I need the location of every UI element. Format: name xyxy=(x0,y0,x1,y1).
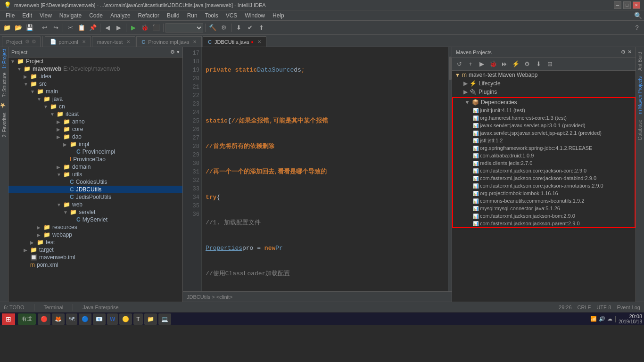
maven-dep-jackson-core[interactable]: 📊 com.fasterxml.jackson.core:jackson-cor… xyxy=(453,167,635,174)
taskbar-maps[interactable]: 🗺 xyxy=(66,313,77,325)
tree-item-target[interactable]: ▶ 📁 target xyxy=(8,246,182,254)
maximize-button[interactable]: □ xyxy=(623,1,631,9)
favorites-label[interactable]: 2: Favorites xyxy=(0,112,8,138)
vcs-commit-btn[interactable]: ✔ xyxy=(245,23,255,33)
taskbar-ie[interactable]: 🔵 xyxy=(79,313,91,325)
maven-dep-lombok[interactable]: 📊 org.projectlombok:lombok:1.16.16 xyxy=(453,189,635,197)
menu-window[interactable]: Window xyxy=(241,11,269,20)
editor-scrollbar-v[interactable] xyxy=(448,47,452,291)
taskbar-chrome[interactable]: 🔴 xyxy=(38,313,50,325)
tree-item-cn[interactable]: ▼ 📁 cn xyxy=(8,103,182,110)
tree-header-btn2[interactable]: ▾ xyxy=(177,49,180,55)
maven-dep-jstl[interactable]: 📊 jstl:jstl:1.2 xyxy=(453,137,635,144)
tree-item-utils[interactable]: ▼ 📁 utils xyxy=(8,171,182,178)
back-btn[interactable]: ◀ xyxy=(102,23,113,33)
tab-jdbc-utils[interactable]: C JDBCUtils.java ● ✕ xyxy=(203,36,266,47)
forward-btn[interactable]: ▶ xyxy=(114,23,124,33)
run-config-select[interactable] xyxy=(165,23,203,33)
tree-item-mavenweb-iml[interactable]: 🔲 mavenweb.iml xyxy=(8,254,182,261)
menu-navigate[interactable]: Navigate xyxy=(56,11,85,20)
tree-item-test[interactable]: ▶ 📁 test xyxy=(8,239,182,246)
maven-dep-beanutils[interactable]: 📊 commons-beanutils:commons-beanutils:1.… xyxy=(453,197,635,205)
maven-dep-jsp-api[interactable]: 📊 javax.servlet.jsp:javax.servlet.jsp-ap… xyxy=(453,129,635,137)
ant-build-label[interactable]: Ant Build xyxy=(636,49,644,74)
menu-build[interactable]: Build xyxy=(163,11,183,20)
project-panel-label[interactable]: 1: Project xyxy=(0,47,8,71)
tree-item-domain[interactable]: ▶ 📁 domain xyxy=(8,163,182,171)
tree-item-province-dao[interactable]: I ProvinceDao xyxy=(8,156,182,163)
maven-generate-btn[interactable]: ⚙ xyxy=(522,59,532,69)
taskbar-folder[interactable]: 📁 xyxy=(144,313,157,325)
maven-dep-druid[interactable]: 📊 com.alibaba:druid:1.0.9 xyxy=(453,152,635,159)
maven-refresh-btn[interactable]: ↺ xyxy=(454,59,464,69)
maven-skip-tests-btn[interactable]: ⏭ xyxy=(499,59,510,69)
tree-item-my-servlet[interactable]: C MyServlet xyxy=(8,216,182,223)
tab-pom-close[interactable]: ✕ xyxy=(82,39,86,44)
menu-analyze[interactable]: Analyze xyxy=(107,11,134,20)
tree-item-java[interactable]: ▼ 📁 java xyxy=(8,95,182,103)
project-tab-settings-icon[interactable]: ⚙ xyxy=(25,39,30,45)
cut-btn[interactable]: ✂ xyxy=(65,23,75,33)
vcs-update-btn[interactable]: ⬇ xyxy=(233,23,244,33)
menu-code[interactable]: Code xyxy=(85,11,107,20)
maven-projects-label[interactable]: m Maven Projects xyxy=(636,74,644,117)
paste-btn[interactable]: 📌 xyxy=(88,23,98,33)
tree-item-pom-xml[interactable]: m pom.xml xyxy=(8,261,182,269)
menu-edit[interactable]: Edit xyxy=(18,11,36,20)
favorites-panel-label[interactable]: ★ xyxy=(0,99,8,112)
structure-panel-label[interactable]: 7: Structure xyxy=(0,71,8,99)
tree-item-resources[interactable]: ▶ 📁 resources xyxy=(8,223,182,231)
tree-item-anno[interactable]: ▶ 📁 anno xyxy=(8,118,182,125)
maven-settings-icon[interactable]: ⚙ xyxy=(621,49,626,55)
maven-item-webapp[interactable]: ▼ m maven-test Maven Webapp xyxy=(452,71,636,79)
tree-item-idea[interactable]: ▶ 📁 .idea xyxy=(8,73,182,80)
tree-item-itcast[interactable]: ▼ 📁 itcast xyxy=(8,110,182,118)
maven-dep-spring-jdbc[interactable]: 📊 org.springframework:spring-jdbc:4.1.2.… xyxy=(453,144,635,152)
database-label[interactable]: Database xyxy=(636,117,644,143)
maven-item-dependencies[interactable]: ▼ 📦 Dependencies xyxy=(453,98,635,107)
project-tab-gear-icon[interactable]: ⚙ xyxy=(32,39,36,45)
tree-item-cookies-utils[interactable]: C CookiesUtils xyxy=(8,178,182,186)
maven-dep-jackson-bom[interactable]: 📊 com.fasterxml.jackson:jackson-bom:2.9.… xyxy=(453,212,635,220)
line-ending[interactable]: CRLF xyxy=(578,304,591,310)
maven-item-lifecycle[interactable]: ▶ ⚡ Lifecycle xyxy=(452,79,636,88)
maven-item-plugins[interactable]: ▶ 🔌 Plugins xyxy=(452,88,636,96)
maven-dep-mysql[interactable]: 📊 mysql:mysql-connector-java:5.1.26 xyxy=(453,205,635,212)
taskbar-fox[interactable]: 🦊 xyxy=(52,313,65,325)
maven-dep-jackson-annotations[interactable]: 📊 com.fasterxml.jackson.core:jackson-ann… xyxy=(453,182,635,189)
undo-btn[interactable]: ↩ xyxy=(39,23,50,33)
maven-dep-jackson-parent[interactable]: 📊 com.fasterxml.jackson:jackson-parent:2… xyxy=(453,220,635,227)
tab-province-impl[interactable]: C ProvinceImpl.java ✕ xyxy=(136,36,202,47)
tree-item-web[interactable]: ▼ 📁 web xyxy=(8,201,182,208)
maven-lifecycle-btn[interactable]: ⚡ xyxy=(511,59,521,69)
taskbar-youdao[interactable]: 有道 xyxy=(18,313,36,325)
tree-item-jdbc-utils[interactable]: C JDBCUtils xyxy=(8,186,182,193)
debug-btn[interactable]: 🐞 xyxy=(140,23,150,33)
maven-close-icon[interactable]: ✕ xyxy=(627,49,632,55)
tree-item-mavenweb[interactable]: ▼ 📁 mavenweb E:\Develep\mavenweb xyxy=(8,65,182,73)
menu-help[interactable]: Help xyxy=(269,11,288,20)
maven-dep-jedis[interactable]: 📊 redis.clients:jedis:2.7.0 xyxy=(453,159,635,167)
tree-header-btn1[interactable]: ⚙ xyxy=(170,49,175,55)
taskbar-word[interactable]: W xyxy=(107,313,118,325)
tree-item-src[interactable]: ▼ 📁 src xyxy=(8,80,182,88)
run-btn[interactable]: ▶ xyxy=(128,23,139,33)
tree-item-servlet[interactable]: ▼ 📁 servlet xyxy=(8,208,182,216)
tab-maven-test-close[interactable]: ✕ xyxy=(126,39,130,44)
vcs-push-btn[interactable]: ⬆ xyxy=(256,23,266,33)
menu-view[interactable]: View xyxy=(36,11,56,20)
redo-btn[interactable]: ↪ xyxy=(50,23,61,33)
new-project-btn[interactable]: 📁 xyxy=(2,23,12,33)
terminal-label[interactable]: Terminal xyxy=(44,304,64,310)
open-btn[interactable]: 📂 xyxy=(13,23,24,33)
maven-add-btn[interactable]: + xyxy=(465,59,476,69)
menu-file[interactable]: File xyxy=(2,11,18,20)
tree-item-project[interactable]: ▼ 📁 Project xyxy=(8,58,182,65)
scrollbar-thumb[interactable] xyxy=(449,57,452,80)
taskbar-yellow[interactable]: 🟡 xyxy=(119,313,132,325)
tree-item-core[interactable]: ▶ 📁 core xyxy=(8,125,182,133)
tree-item-jedis-pool-utils[interactable]: C JedisPoolUtils xyxy=(8,193,182,201)
encoding[interactable]: UTF-8 xyxy=(596,304,611,310)
tree-item-impl[interactable]: ▶ 📁 impl xyxy=(8,140,182,148)
maven-dep-hamcrest[interactable]: 📊 org.hamcrest:hamcrest-core:1.3 (test) xyxy=(453,114,635,122)
